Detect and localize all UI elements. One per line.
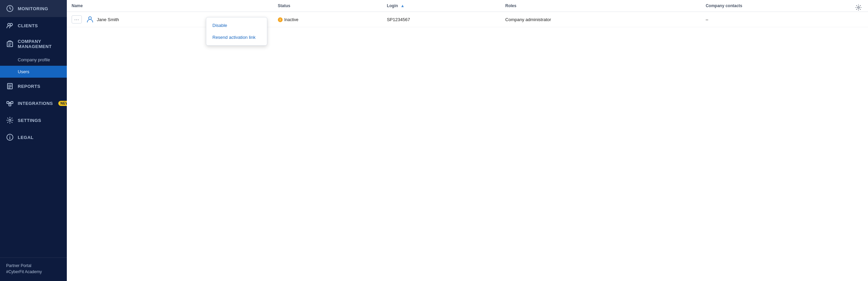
sidebar-item-monitoring-label: MONITORING	[18, 6, 48, 11]
status-badge: ! Inactive	[278, 17, 298, 22]
sidebar-item-company-management-label: COMPANY MANAGEMENT	[18, 39, 61, 49]
login-value: SP1234567	[387, 17, 410, 22]
sidebar-item-integrations[interactable]: INTEGRATIONS NEW	[0, 95, 67, 112]
dropdown-item-resend[interactable]: Resend activation link	[206, 31, 267, 43]
table-header-row: Name Status Login ▲ Roles Company contac…	[67, 0, 868, 12]
cell-login: SP1234567	[382, 12, 500, 27]
col-company-contacts: Company contacts	[701, 0, 868, 12]
table-row: ··· Jane Smith !	[67, 12, 868, 27]
col-name: Name	[67, 0, 273, 12]
legal-icon	[6, 134, 14, 141]
dropdown-item-disable[interactable]: Disable	[206, 19, 267, 31]
sidebar-item-settings-label: SETTINGS	[18, 118, 41, 123]
status-dot-icon: !	[278, 17, 283, 22]
clients-icon	[6, 22, 14, 29]
sidebar-footer: Partner Portal #CyberFit Academy	[0, 257, 67, 281]
col-status: Status	[273, 0, 382, 12]
cyberfit-link[interactable]: #CyberFit Academy	[6, 269, 61, 274]
svg-point-8	[9, 119, 11, 121]
sidebar-item-clients-label: CLIENTS	[18, 23, 38, 28]
svg-point-1	[8, 24, 10, 26]
sort-up-icon: ▲	[401, 3, 405, 8]
sidebar: MONITORING CLIENTS	[0, 0, 67, 281]
users-table: Name Status Login ▲ Roles Company contac…	[67, 0, 868, 27]
company-contacts-value: –	[706, 17, 708, 22]
svg-point-2	[10, 24, 13, 26]
gear-area	[854, 3, 863, 12]
sidebar-item-reports[interactable]: REPORTS	[0, 78, 67, 95]
user-avatar-icon	[86, 15, 94, 24]
sidebar-item-legal-label: LEGAL	[18, 135, 34, 140]
sidebar-item-integrations-label: INTEGRATIONS	[18, 101, 53, 106]
sidebar-item-reports-label: REPORTS	[18, 84, 40, 89]
user-name: Jane Smith	[97, 17, 119, 22]
gear-button[interactable]	[854, 3, 863, 12]
action-button-cell: ···	[72, 15, 82, 24]
users-table-container: Name Status Login ▲ Roles Company contac…	[67, 0, 868, 281]
cell-company-contacts: –	[701, 12, 868, 27]
sidebar-item-legal[interactable]: LEGAL	[0, 129, 67, 146]
roles-value: Company administrator	[505, 17, 551, 22]
company-icon	[6, 40, 14, 48]
row-dropdown-menu: Disable Resend activation link	[206, 17, 267, 46]
reports-icon	[6, 82, 14, 90]
settings-icon	[6, 116, 14, 124]
partner-portal-link[interactable]: Partner Portal	[6, 263, 61, 268]
sidebar-item-monitoring[interactable]: MONITORING	[0, 0, 67, 17]
sidebar-nav: MONITORING CLIENTS	[0, 0, 67, 257]
sidebar-sub-item-users[interactable]: Users	[0, 66, 67, 78]
col-roles: Roles	[500, 0, 701, 12]
sidebar-item-clients[interactable]: CLIENTS	[0, 17, 67, 34]
sidebar-item-company-management[interactable]: COMPANY MANAGEMENT	[0, 34, 67, 54]
cell-status: ! Inactive	[273, 12, 382, 27]
sidebar-sub-item-company-profile[interactable]: Company profile	[0, 54, 67, 66]
svg-point-11	[89, 17, 91, 19]
integrations-icon	[6, 99, 14, 107]
main-content: Name Status Login ▲ Roles Company contac…	[67, 0, 868, 281]
cell-roles: Company administrator	[500, 12, 701, 27]
monitor-icon	[6, 5, 14, 12]
row-action-button[interactable]: ···	[72, 15, 82, 24]
svg-point-10	[858, 7, 859, 9]
sidebar-item-settings[interactable]: SETTINGS	[0, 112, 67, 129]
status-text: Inactive	[284, 17, 298, 22]
col-login[interactable]: Login ▲	[382, 0, 500, 12]
